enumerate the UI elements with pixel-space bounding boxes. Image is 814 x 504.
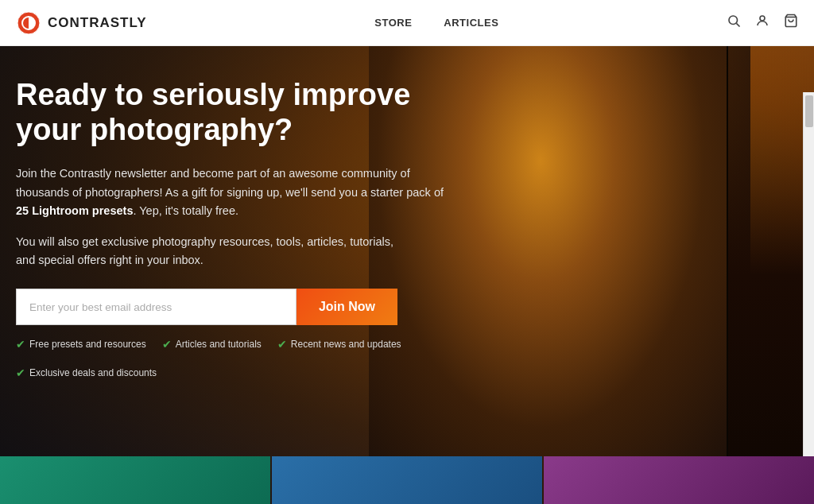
- scroll-thumb: [805, 95, 813, 127]
- strip-card-1: [0, 456, 270, 504]
- benefit-1: ✔ Free presets and resources: [16, 338, 146, 351]
- check-icon-4: ✔: [16, 366, 25, 379]
- logo[interactable]: CONTRASTLY: [16, 10, 147, 36]
- benefit-2: ✔ Articles and tutorials: [162, 338, 262, 351]
- email-input[interactable]: [16, 289, 297, 325]
- scrollbar[interactable]: ▼: [803, 92, 814, 504]
- user-icon[interactable]: [755, 14, 769, 32]
- header-actions: [727, 14, 798, 32]
- hero-body2-text: You will also get exclusive photography …: [16, 233, 413, 269]
- hero-body-text: Join the Contrastly newsletter and becom…: [16, 165, 445, 220]
- join-now-button[interactable]: Join Now: [297, 289, 397, 325]
- check-icon-3: ✔: [277, 338, 287, 351]
- main-nav: STORE ARTICLES: [147, 17, 727, 29]
- benefit-4: ✔ Exclusive deals and discounts: [16, 366, 157, 379]
- strip-card-3: [544, 456, 814, 504]
- svg-line-3: [736, 23, 739, 26]
- nav-store[interactable]: STORE: [374, 17, 412, 29]
- check-icon-1: ✔: [16, 338, 25, 351]
- hero-section: ▼ Ready to seriously improve your photog…: [0, 46, 814, 504]
- site-header: CONTRASTLY STORE ARTICLES: [0, 0, 814, 46]
- hero-content: Ready to seriously improve your photogra…: [16, 78, 469, 379]
- search-icon[interactable]: [727, 14, 741, 32]
- svg-point-4: [760, 16, 765, 21]
- strip-card-2: [272, 456, 542, 504]
- svg-point-2: [729, 16, 738, 25]
- brand-name: CONTRASTLY: [48, 15, 147, 31]
- bottom-card-strip: [0, 456, 814, 504]
- email-signup-form: Join Now: [16, 289, 397, 325]
- logo-icon: [16, 10, 41, 36]
- check-icon-2: ✔: [162, 338, 172, 351]
- tree-silhouette: [727, 46, 814, 504]
- nav-articles[interactable]: ARTICLES: [444, 17, 498, 29]
- cart-icon[interactable]: [784, 14, 798, 32]
- hero-headline: Ready to seriously improve your photogra…: [16, 78, 469, 147]
- benefits-list: ✔ Free presets and resources ✔ Articles …: [16, 338, 469, 379]
- benefit-3: ✔ Recent news and updates: [277, 338, 401, 351]
